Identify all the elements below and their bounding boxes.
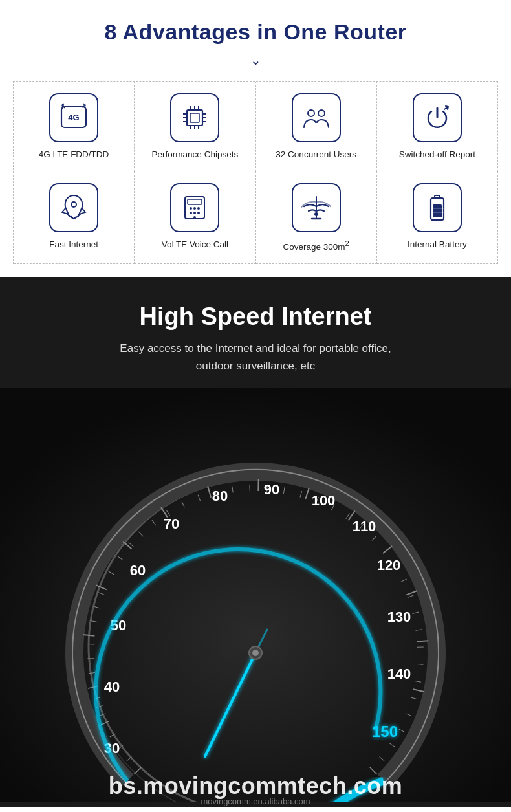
- feature-fast-internet: Fast Internet: [14, 171, 135, 264]
- battery-icon: [422, 193, 452, 223]
- svg-point-22: [193, 207, 196, 210]
- svg-line-89: [417, 664, 423, 665]
- svg-text:140: 140: [387, 666, 411, 682]
- speedometer-svg: 30 40 50 60 70 80 90 100 110 120 130 140…: [0, 388, 511, 802]
- users-icon-box: [292, 93, 341, 142]
- svg-text:100: 100: [312, 492, 336, 509]
- wifi-icon-box: [292, 183, 341, 232]
- chevron-icon: ⌄: [13, 52, 498, 68]
- svg-point-26: [197, 212, 200, 214]
- svg-rect-33: [435, 195, 440, 199]
- svg-point-21: [190, 207, 192, 210]
- svg-text:70: 70: [164, 516, 179, 532]
- svg-rect-20: [188, 199, 202, 204]
- svg-text:4G: 4G: [68, 113, 79, 122]
- battery-icon-box: [413, 183, 462, 232]
- chip-icon-box: [170, 93, 219, 142]
- speed-subtitle: Easy access to the Internet and ideal fo…: [81, 340, 430, 375]
- rocket-icon: [59, 193, 89, 223]
- watermark-text: bs.movingcommtech.com: [109, 773, 403, 800]
- svg-rect-34: [433, 204, 442, 217]
- feature-volte-label: VoLTE Voice Call: [162, 239, 228, 250]
- feature-chipset-label: Performance Chipsets: [152, 149, 239, 160]
- feature-users: 32 Concurrent Users: [256, 82, 377, 171]
- rocket-icon-box: [49, 183, 98, 232]
- svg-point-18: [71, 202, 76, 207]
- svg-rect-3: [190, 113, 199, 122]
- power-icon: [422, 103, 452, 133]
- bottom-section: High Speed Internet Easy access to the I…: [0, 277, 511, 807]
- svg-text:120: 120: [377, 557, 401, 573]
- phone-icon-box: [170, 183, 219, 232]
- feature-battery: Internal Battery: [377, 171, 498, 264]
- speed-text-area: High Speed Internet Easy access to the I…: [0, 277, 511, 375]
- feature-switched-off: Switched-off Report: [377, 82, 498, 171]
- power-icon-box: [413, 93, 462, 142]
- wifi-coverage-icon: [301, 193, 331, 223]
- svg-line-90: [417, 641, 428, 642]
- users-icon: [301, 103, 331, 133]
- feature-coverage: Coverage 300m2: [256, 171, 377, 264]
- feature-chipset: Performance Chipsets: [135, 82, 256, 171]
- feature-users-label: 32 Concurrent Users: [276, 149, 356, 160]
- feature-fast-internet-label: Fast Internet: [49, 239, 98, 250]
- svg-text:110: 110: [353, 518, 376, 534]
- svg-point-27: [193, 216, 196, 219]
- svg-line-49: [87, 644, 94, 645]
- 4g-icon: 4G: [59, 103, 89, 133]
- phone-icon: [180, 193, 210, 223]
- svg-text:130: 130: [387, 609, 411, 625]
- speedometer: 30 40 50 60 70 80 90 100 110 120 130 140…: [0, 388, 511, 802]
- speed-title: High Speed Internet: [13, 303, 498, 331]
- svg-point-115: [252, 650, 259, 656]
- 4g-icon-box: 4G: [49, 93, 98, 142]
- svg-text:80: 80: [212, 488, 228, 504]
- svg-point-23: [197, 207, 200, 210]
- svg-point-17: [318, 110, 325, 116]
- chip-icon: [180, 103, 210, 133]
- page-title: 8 Advantages in One Router: [13, 19, 498, 45]
- svg-text:90: 90: [264, 481, 279, 498]
- feature-volte: VoLTE Voice Call: [135, 171, 256, 264]
- feature-switched-off-label: Switched-off Report: [399, 149, 475, 160]
- feature-battery-label: Internal Battery: [408, 239, 467, 250]
- svg-text:60: 60: [130, 562, 146, 578]
- svg-point-16: [308, 110, 314, 116]
- top-section: 8 Advantages in One Router ⌄ 4G 4G LTE F…: [0, 0, 511, 277]
- watermark-small-text: movingcomm.en.alibaba.com: [201, 796, 310, 806]
- feature-4g-lte: 4G 4G LTE FDD/TDD: [14, 82, 135, 171]
- features-grid: 4G 4G LTE FDD/TDD: [13, 81, 498, 264]
- svg-rect-2: [187, 110, 202, 126]
- svg-point-24: [190, 212, 192, 214]
- svg-point-25: [193, 212, 196, 214]
- feature-coverage-label: Coverage 300m2: [283, 239, 349, 253]
- feature-4g-label: 4G LTE FDD/TDD: [39, 149, 109, 160]
- svg-text:40: 40: [104, 679, 120, 695]
